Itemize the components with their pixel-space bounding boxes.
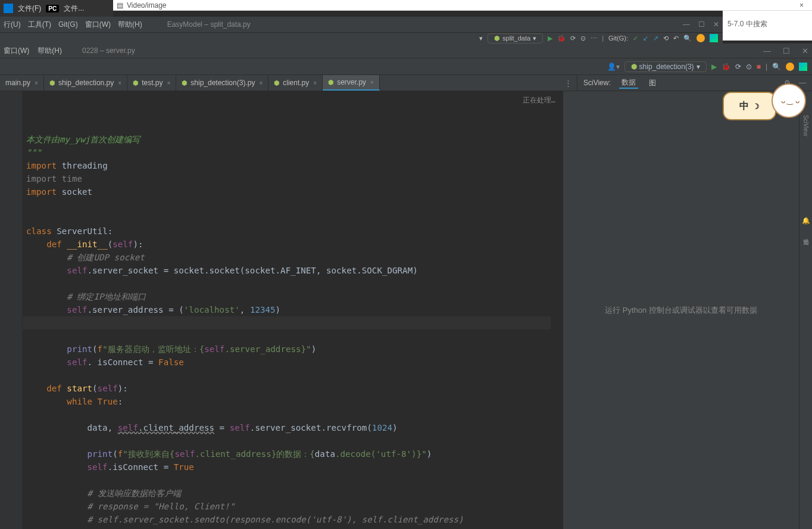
main-ide-window: 窗口(W) 帮助(H) 0228 – server.py — ☐ ✕ 👤▾ ⬢ … (0, 43, 812, 529)
right-tool-strip: SciView 🔔 通知 (799, 91, 812, 529)
more-run-icon[interactable]: ⋯ (591, 35, 597, 42)
notifications-icon[interactable]: 🔔 (802, 217, 810, 225)
vscode-titlebar: 文件(F) PC 文件... (0, 0, 113, 17)
coverage-icon[interactable]: ⟳ (735, 63, 741, 71)
secondary-ide-toolbar: ▾ ⬢ split_data ▾ ▶ 🐞 ⟳ ⊙ ⋯ | Git(G): ✓ ↙… (0, 33, 723, 43)
win-minimize-icon[interactable]: — (683, 20, 690, 29)
run-config-selector[interactable]: ⬢ split_data ▾ (488, 33, 543, 43)
tab-label: ship_detection(3).py (190, 79, 255, 87)
vscode-icon (4, 4, 13, 13)
win-close-icon[interactable]: ✕ (802, 46, 808, 55)
search-icon[interactable]: 🔍 (683, 35, 692, 42)
code-processing-status: 正在处理… (523, 94, 555, 107)
menu-help[interactable]: 帮助(H) (38, 46, 62, 56)
stop-icon[interactable]: ■ (757, 63, 761, 71)
editor-tab-strip: main.py× ⬢ship_detection.py× ⬢test.py× ⬢… (0, 75, 812, 91)
main-run-config-selector[interactable]: ⬢ ship_detection(3) ▾ (624, 61, 707, 72)
search-icon[interactable]: 🔍 (772, 63, 781, 71)
win-close-icon[interactable]: ✕ (713, 20, 719, 29)
ai-assistant-icon[interactable] (786, 63, 794, 71)
close-icon[interactable]: × (167, 80, 170, 86)
menu-tools[interactable]: 工具(T) (28, 20, 51, 30)
python-icon: ⬢ (133, 79, 139, 87)
main-run-config-label: ship_detection(3) (639, 63, 694, 71)
add-config-icon[interactable]: ▾ (479, 35, 483, 42)
tab-ship-detection-py[interactable]: ⬢ship_detection.py× (44, 75, 127, 91)
tab-server-py[interactable]: ⬢server.py× (323, 75, 380, 91)
git-update-icon[interactable]: ↙ (643, 35, 648, 42)
main-title: 0228 – server.py (82, 46, 135, 55)
gutter (0, 91, 23, 529)
profile-icon[interactable]: ⊙ (746, 63, 752, 71)
secondary-ide-title: EasyModel – split_data.py (167, 20, 251, 29)
win-maximize-icon[interactable]: ☐ (783, 46, 790, 55)
debug-icon[interactable]: 🐞 (722, 63, 730, 71)
vscode-file-menu[interactable]: 文件(F) (18, 4, 41, 14)
pycharm-badge-icon: PC (46, 5, 59, 13)
ime-pill: 中 ☽ (723, 92, 776, 120)
ime-lang: 中 (739, 100, 749, 113)
menu-run[interactable]: 行(U) (4, 20, 21, 30)
bg-window-title: Video/image (127, 1, 167, 10)
debug-icon[interactable]: 🐞 (557, 35, 566, 42)
close-icon[interactable]: × (118, 80, 121, 86)
python-icon: ⬢ (494, 35, 500, 42)
dropdown-icon: ▾ (697, 63, 700, 71)
ai-assistant-icon[interactable] (697, 34, 705, 42)
tab-label: server.py (337, 78, 366, 86)
user-icon[interactable]: 👤▾ (607, 63, 620, 71)
code-editor[interactable]: 正在处理… 本文件由my_ywj首次创建编写 """ import thread… (0, 91, 563, 529)
pycharm-file-menu[interactable]: 文件... (64, 4, 84, 14)
profile-icon[interactable]: ⊙ (580, 35, 586, 42)
tab-client-py[interactable]: ⬢client.py× (268, 75, 323, 91)
sciview-tab-data[interactable]: 数据 (619, 77, 638, 89)
plugin-icon[interactable] (710, 34, 718, 42)
menu-window[interactable]: 窗口(W) (4, 46, 29, 56)
tab-label: ship_detection.py (58, 79, 114, 87)
win-maximize-icon[interactable]: ☐ (698, 20, 705, 29)
dropdown-icon: ▾ (533, 35, 536, 42)
menu-window[interactable]: 窗口(W) (85, 20, 111, 30)
python-icon: ⬢ (49, 79, 55, 87)
tab-overflow-icon[interactable]: ⋮ (380, 75, 577, 91)
run-icon[interactable]: ▶ (548, 35, 552, 42)
git-label: Git(G): (608, 35, 628, 42)
win-minimize-icon[interactable]: — (763, 46, 771, 55)
python-icon: ⬢ (274, 79, 280, 87)
bg-close-button[interactable]: × (795, 1, 808, 10)
run-config-label: split_data (502, 35, 530, 42)
git-rollback-icon[interactable]: ↶ (673, 35, 679, 42)
close-icon[interactable]: × (370, 79, 374, 86)
coverage-icon[interactable]: ⟳ (570, 35, 576, 42)
background-search-field[interactable]: 5-7.0 中搜索 (723, 11, 812, 41)
menu-help[interactable]: 帮助(H) (118, 20, 142, 30)
workspace: 正在处理… 本文件由my_ywj首次创建编写 """ import thread… (0, 91, 812, 529)
run-icon[interactable]: ▶ (711, 63, 717, 71)
python-icon: ⬢ (182, 79, 188, 87)
tab-label: test.py (142, 79, 163, 87)
close-icon[interactable]: × (259, 80, 263, 86)
mascot-icon (772, 83, 806, 118)
code-text[interactable]: 正在处理… 本文件由my_ywj首次创建编写 """ import thread… (23, 91, 563, 529)
bg-doc-icon: ▤ (117, 1, 123, 10)
main-toolbar: 👤▾ ⬢ ship_detection(3) ▾ ▶ 🐞 ⟳ ⊙ ■ | 🔍 (0, 58, 812, 75)
ime-indicator-widget[interactable]: 中 ☽ (723, 83, 806, 130)
menu-git[interactable]: Git(G) (58, 20, 78, 29)
git-push-icon[interactable]: ↗ (653, 35, 658, 42)
sciview-empty-message: 运行 Python 控制台或调试器以查看可用数据 (605, 305, 757, 316)
python-icon: ⬢ (631, 63, 637, 71)
plugin-icon[interactable] (799, 63, 807, 71)
sciview-label: SciView: (583, 79, 611, 87)
tab-main-py[interactable]: main.py× (0, 75, 44, 91)
sciview-panel: 运行 Python 控制台或调试器以查看可用数据 (563, 91, 799, 529)
tab-label: main.py (5, 79, 30, 87)
tab-ship-detection3-py[interactable]: ⬢ship_detection(3).py× (176, 75, 268, 91)
tab-label: client.py (283, 79, 309, 87)
git-commit-icon[interactable]: ✓ (633, 35, 638, 42)
main-menubar: 窗口(W) 帮助(H) 0228 – server.py — ☐ ✕ (0, 43, 812, 58)
git-history-icon[interactable]: ⟲ (663, 35, 669, 42)
close-icon[interactable]: × (35, 80, 38, 86)
tab-test-py[interactable]: ⬢test.py× (127, 75, 176, 91)
close-icon[interactable]: × (313, 80, 317, 86)
sciview-tab-chart[interactable]: 图 (647, 78, 658, 88)
